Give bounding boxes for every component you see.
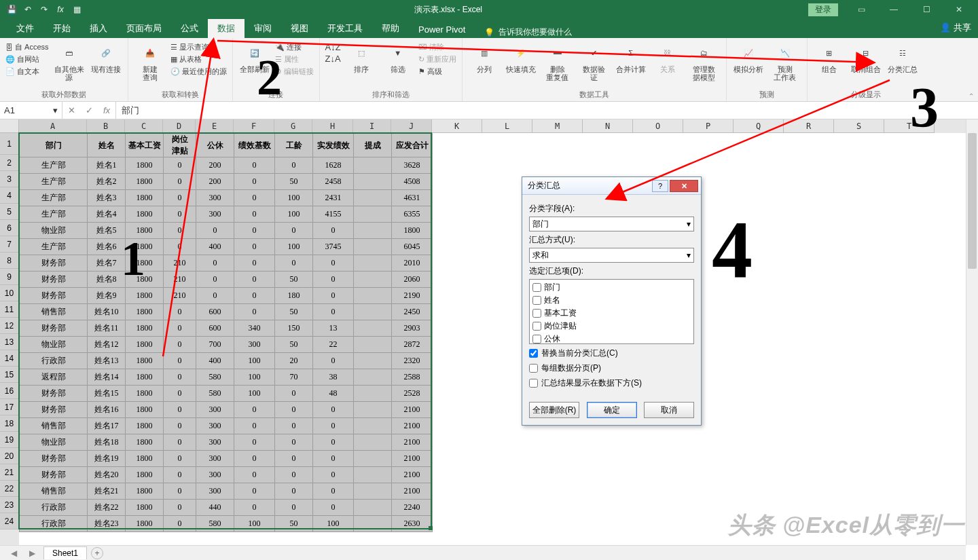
horizontal-scrollbar[interactable]: ◀ ▶ Sheet1 + (0, 545, 966, 560)
row-header[interactable]: 13 (0, 334, 19, 350)
worksheet-grid[interactable]: ABCDEFGHIJKLMNOPQRST 1234567891011121314… (0, 119, 966, 545)
cell[interactable]: 2060 (392, 272, 433, 288)
cell[interactable]: 0 (313, 451, 354, 467)
dialog-titlebar[interactable]: 分类汇总 ? ✕ (522, 177, 701, 195)
cell[interactable]: 100 (275, 206, 313, 223)
ribbon-display-icon[interactable]: ▭ (846, 1, 876, 18)
cell[interactable]: 姓名3 (88, 190, 126, 206)
cell[interactable]: 2588 (392, 369, 433, 386)
cell[interactable]: 400 (196, 353, 234, 369)
cell[interactable]: 1628 (313, 157, 354, 174)
tell-me[interactable]: 💡告诉我你想要做什么 (475, 26, 581, 38)
cell[interactable]: 0 (234, 239, 275, 255)
cell[interactable]: 2431 (313, 190, 354, 206)
cell[interactable]: 2240 (392, 500, 433, 516)
remove-dup-button[interactable]: ➖删除 重复值 (541, 41, 574, 81)
sort-button[interactable]: ⬚排序 (345, 41, 378, 73)
cell[interactable]: 姓名11 (88, 320, 126, 337)
from-table-button[interactable]: ▦从表格 (170, 54, 227, 64)
cell[interactable]: 0 (275, 255, 313, 272)
sort-desc-button[interactable]: Z↓A (325, 54, 341, 64)
cell[interactable]: 2100 (392, 418, 433, 434)
cell[interactable]: 300 (234, 337, 275, 353)
cell[interactable]: 22 (313, 337, 354, 353)
cell[interactable]: 姓名1 (88, 157, 126, 174)
col-header[interactable]: J (391, 119, 432, 133)
field-select[interactable]: 部门▾ (529, 217, 694, 231)
cell[interactable]: 0 (234, 500, 275, 516)
tab-insert[interactable]: 插入 (80, 19, 117, 38)
cell[interactable]: 0 (275, 418, 313, 434)
cell[interactable]: 0 (164, 500, 196, 516)
cell[interactable]: 400 (196, 239, 234, 255)
existing-conn-button[interactable]: 🔗现有连接 (90, 41, 122, 73)
cell[interactable]: 0 (164, 386, 196, 402)
chevron-down-icon[interactable]: ▾ (53, 105, 58, 115)
cell[interactable]: 姓名21 (88, 483, 126, 500)
cell[interactable]: 0 (313, 353, 354, 369)
cell[interactable]: 0 (234, 402, 275, 418)
cell[interactable]: 100 (275, 190, 313, 206)
row-header[interactable]: 9 (0, 269, 19, 285)
cell[interactable]: 0 (234, 434, 275, 451)
cell[interactable] (354, 483, 392, 500)
cell[interactable]: 0 (234, 190, 275, 206)
cell[interactable]: 0 (196, 288, 234, 304)
cell[interactable]: 0 (164, 418, 196, 434)
header-cell[interactable]: 应发合计 (392, 134, 433, 157)
maximize-icon[interactable]: ☐ (911, 1, 941, 18)
row-header[interactable]: 24 (0, 513, 19, 529)
flash-fill-button[interactable]: ⚡快速填充 (505, 41, 537, 73)
cell[interactable]: 70 (275, 369, 313, 386)
cell[interactable]: 0 (234, 288, 275, 304)
ok-button[interactable]: 确定 (587, 402, 637, 418)
cell[interactable]: 0 (313, 418, 354, 434)
from-text-button[interactable]: 📄自文本 (5, 67, 49, 77)
cell[interactable]: 0 (234, 304, 275, 320)
print-preview-icon[interactable]: ▦ (69, 2, 84, 17)
new-query-button[interactable]: 📥新建 查询 (134, 41, 166, 81)
cell[interactable]: 48 (313, 386, 354, 402)
show-query-button[interactable]: ☰显示查询 (170, 42, 227, 52)
row-header[interactable]: 16 (0, 383, 19, 399)
cell[interactable]: 行政部 (20, 353, 88, 369)
row-header[interactable]: 12 (0, 318, 19, 334)
vertical-scrollbar[interactable] (966, 119, 978, 545)
col-header[interactable]: G (274, 119, 312, 133)
col-header[interactable]: E (196, 119, 234, 133)
cell[interactable]: 2458 (313, 174, 354, 190)
advanced-filter-button[interactable]: ⚑高级 (418, 67, 456, 77)
cell[interactable]: 0 (313, 483, 354, 500)
cell[interactable]: 2630 (392, 516, 433, 532)
cell[interactable]: 3745 (313, 239, 354, 255)
col-header[interactable]: H (312, 119, 353, 133)
row-header[interactable]: 19 (0, 432, 19, 448)
cell[interactable]: 2450 (392, 304, 433, 320)
cell[interactable]: 300 (196, 206, 234, 223)
cell[interactable]: 0 (313, 223, 354, 239)
pagebreak-check-row[interactable]: 每组数据分页(P) (529, 362, 694, 374)
row-header[interactable]: 20 (0, 448, 19, 464)
cell[interactable]: 1800 (126, 288, 164, 304)
cell[interactable] (354, 174, 392, 190)
confirm-edit-icon[interactable]: ✓ (80, 105, 98, 115)
cell[interactable]: 300 (196, 434, 234, 451)
col-header[interactable]: C (125, 119, 163, 133)
cell[interactable]: 50 (275, 272, 313, 288)
cell[interactable]: 50 (275, 337, 313, 353)
row-header[interactable]: 4 (0, 187, 19, 204)
cell[interactable]: 1800 (126, 206, 164, 223)
cell[interactable]: 300 (196, 451, 234, 467)
row-header[interactable]: 7 (0, 236, 19, 253)
list-item[interactable]: 岗位津贴 (532, 320, 691, 333)
cell[interactable]: 0 (275, 451, 313, 467)
col-header[interactable]: P (683, 119, 734, 133)
col-header[interactable]: D (163, 119, 196, 133)
cell[interactable]: 580 (196, 386, 234, 402)
cell[interactable]: 0 (164, 239, 196, 255)
cell[interactable]: 0 (164, 190, 196, 206)
cell[interactable]: 1800 (126, 467, 164, 483)
cell[interactable]: 300 (196, 418, 234, 434)
cell[interactable]: 0 (313, 272, 354, 288)
cell[interactable] (354, 402, 392, 418)
